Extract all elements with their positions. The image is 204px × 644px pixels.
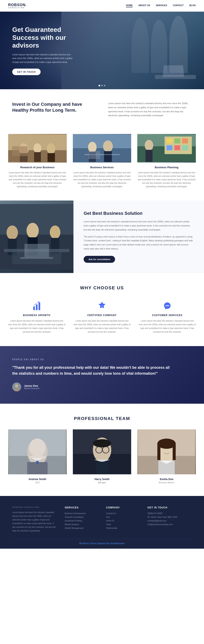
invest-heading-container: Invest in Our Company and have Healthy P… [12, 102, 96, 113]
service-image-3 [137, 134, 196, 162]
invest-text: Lorem Ipsum has been the industry's stan… [108, 102, 192, 118]
author-avatar [12, 382, 21, 392]
svg-rect-8 [12, 146, 27, 156]
service-title-1: Research of your Business [8, 166, 67, 169]
svg-rect-27 [146, 150, 152, 162]
hero-dot-3[interactable] [104, 85, 105, 86]
svg-point-46 [167, 305, 168, 306]
footer-service-2[interactable]: General Consultancy [65, 516, 98, 518]
footer-email-1[interactable]: example@gmail.com [148, 520, 192, 522]
service-card-1: Research of your Business Lorem Ipsum ha… [8, 134, 67, 188]
team-role-1: CEO [8, 482, 67, 484]
footer-company-heading: Company [106, 506, 139, 509]
why-heading: WHY CHOOSE US [8, 285, 196, 290]
author-name: James Doe [24, 384, 39, 387]
service-svg-2 [73, 134, 131, 162]
nav-about[interactable]: ABOUT US [138, 4, 150, 7]
team-name-2: Harry Smith [73, 478, 131, 481]
services-grid: Research of your Business Lorem Ipsum ha… [8, 134, 196, 188]
testimonial-author: James Doe Market Research [12, 382, 192, 392]
solution-image-inner [0, 200, 73, 273]
svg-rect-5 [34, 152, 41, 162]
why-card-1-title: BUSINESS GROWTH [8, 314, 65, 317]
hero-section: Get Guaranteed Success with our advisors… [0, 12, 204, 89]
solution-para1: Lorem Ipsum has been the industry's stan… [84, 220, 194, 232]
service-title-2: Business Services [73, 166, 131, 169]
footer-about-text: Lorem Ipsum has been the industry's stan… [12, 511, 56, 533]
footer-bottom-text: WordPress Theme Designed with TemplateSe… [12, 542, 192, 544]
ask-consultation-button[interactable]: Ask for consultation [84, 256, 115, 263]
author-title: Market Research [24, 387, 39, 390]
team-role-2: Manager [73, 482, 131, 484]
solution-para2: The point of using Lorem Ipsum is that i… [84, 235, 194, 251]
footer-service-4[interactable]: Market Analysis [65, 523, 98, 526]
svg-point-66 [93, 439, 111, 447]
footer-logo: ROBSON CONSULTING [12, 506, 56, 508]
invest-body: Lorem Ipsum has been the industry's stan… [108, 102, 192, 118]
testimonial-label: PEOPLE SAY ABOUT US [12, 358, 192, 360]
svg-point-45 [166, 305, 167, 306]
footer-company-4[interactable]: Team [106, 523, 139, 526]
solution-image [0, 200, 73, 273]
hero-dot-2[interactable] [101, 85, 103, 86]
svg-point-6 [47, 143, 55, 154]
service-image-1 [8, 134, 67, 162]
footer-service-5[interactable]: Wealth Management [65, 527, 98, 529]
team-name-1: Andrew Smith [8, 478, 67, 481]
team-photo-2 [73, 430, 131, 474]
svg-rect-22 [182, 138, 188, 143]
svg-point-32 [26, 223, 39, 238]
svg-point-13 [103, 140, 113, 152]
footer-bottom-link[interactable]: WordPress Theme Designed with TemplateSe… [79, 542, 125, 544]
why-card-3-title: CUSTOMER SERVICES [139, 314, 196, 317]
footer-services-list: Business Development General Consultancy… [65, 512, 98, 529]
footer-service-1[interactable]: Business Development [65, 512, 98, 514]
footer-company-3[interactable]: Home DI [106, 520, 139, 522]
footer-services-heading: Services [65, 506, 98, 509]
footer-contact-list: (9800)-574-9687 65, Street, New Yosk, MA… [148, 512, 192, 526]
testimonial-section: PEOPLE SAY ABOUT US "Thank you for all y… [0, 346, 204, 404]
svg-rect-56 [29, 456, 45, 458]
footer-company-2[interactable]: Faq [106, 516, 139, 518]
testimonial-quote: "Thank you for all your professional hel… [12, 365, 176, 376]
svg-rect-42 [38, 302, 40, 310]
svg-rect-38 [24, 244, 49, 258]
hero-cta-button[interactable]: Get In Touch [12, 68, 41, 75]
nav-blog[interactable]: BLOG [189, 4, 196, 7]
nav-links: HOME ABOUT US SERVICES CONTACT BLOG [126, 4, 196, 7]
solution-content: Get Best Business Solution Lorem Ipsum h… [73, 200, 204, 273]
team-name-3: Emilia Doe [137, 478, 196, 481]
nav-services[interactable]: SERVICES [156, 4, 167, 7]
why-card-2: ✓ CERTIFIED COMPANY Lorem Ipsum has been… [73, 301, 131, 334]
footer-service-3[interactable]: Investment Planing [65, 520, 98, 522]
svg-rect-20 [167, 138, 173, 143]
svg-point-26 [145, 140, 153, 151]
svg-rect-39 [20, 257, 53, 259]
footer-company-5[interactable]: Testimonials [106, 527, 139, 529]
footer-company-col: Company Contact Us Faq Home DI Team Test… [106, 506, 139, 533]
team-card-3: Emilia Doe Business Advisor [137, 430, 196, 484]
svg-rect-24 [175, 146, 180, 150]
svg-rect-41 [36, 304, 37, 310]
navbar: ROBSON. CONSULTING HOME ABOUT US SERVICE… [0, 0, 204, 12]
footer-contact-col: Get In Touch (9800)-574-9687 65, Street,… [148, 506, 192, 533]
hero-dots [99, 85, 105, 86]
solution-section: Get Best Business Solution Lorem Ipsum h… [0, 200, 204, 273]
team-photo-3 [137, 430, 196, 474]
footer-email-2[interactable]: info@robsonconsulting.com [148, 523, 192, 526]
footer-bottom: WordPress Theme Designed with TemplateSe… [12, 539, 192, 544]
business-growth-icon [32, 301, 42, 311]
footer-company-1[interactable]: Contact Us [106, 512, 139, 514]
footer-services-col: Services Business Development General Co… [65, 506, 98, 533]
svg-rect-75 [173, 444, 176, 460]
svg-rect-10 [73, 148, 131, 162]
team-card-1: Andrew Smith CEO [8, 430, 67, 484]
team-photo-1 [8, 430, 67, 474]
solution-svg [0, 200, 73, 273]
hero-dot-1[interactable] [99, 85, 100, 86]
nav-home[interactable]: HOME [126, 4, 133, 7]
svg-point-11 [88, 142, 96, 153]
service-body-2: Lorem Ipsum has been the industry's stan… [73, 171, 131, 188]
nav-contact[interactable]: CONTACT [173, 4, 184, 7]
svg-point-30 [6, 226, 18, 240]
